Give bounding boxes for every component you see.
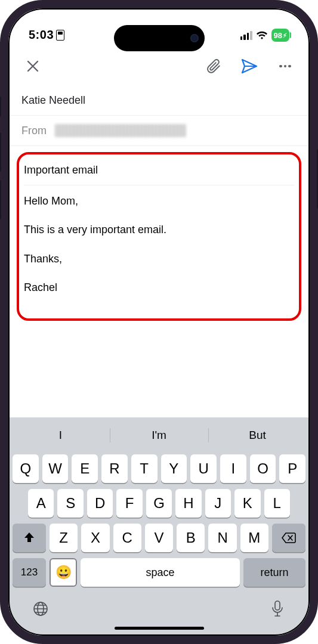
to-field[interactable]: Katie Needell: [8, 86, 310, 116]
key-y[interactable]: Y: [161, 454, 187, 483]
key-t[interactable]: T: [131, 454, 158, 483]
keyboard: I I'm But Q W E R T Y U I O P A S D F G …: [8, 417, 310, 636]
key-l[interactable]: L: [264, 489, 290, 518]
sim-card-icon: [56, 30, 64, 41]
key-k[interactable]: K: [234, 489, 260, 518]
cellular-bars-icon: [240, 31, 252, 40]
key-o[interactable]: O: [250, 454, 276, 483]
body-line: This is a very important email.: [24, 222, 294, 237]
key-i[interactable]: I: [220, 454, 246, 483]
globe-icon[interactable]: [32, 600, 50, 618]
subject-field[interactable]: Important email: [24, 160, 294, 185]
emoji-key[interactable]: 😀: [50, 558, 77, 587]
key-z[interactable]: Z: [50, 524, 78, 552]
home-indicator[interactable]: [115, 627, 204, 630]
from-value-blurred: [55, 124, 186, 137]
body-field[interactable]: Hello Mom, This is a very important emai…: [24, 185, 294, 295]
more-icon[interactable]: [276, 57, 294, 75]
key-h[interactable]: H: [175, 489, 201, 518]
key-b[interactable]: B: [177, 524, 205, 552]
return-key[interactable]: return: [243, 558, 305, 587]
suggestion-bar: I I'm But: [11, 422, 307, 448]
compose-body-highlight: Important email Hello Mom, This is a ver…: [17, 152, 301, 321]
key-j[interactable]: J: [205, 489, 231, 518]
mic-icon[interactable]: [268, 600, 286, 618]
key-g[interactable]: G: [146, 489, 172, 518]
battery-indicator: 98⚡︎: [271, 29, 289, 42]
send-icon[interactable]: [240, 57, 258, 75]
suggestion[interactable]: I'm: [110, 422, 208, 448]
key-d[interactable]: D: [87, 489, 113, 518]
paperclip-icon[interactable]: [205, 57, 223, 75]
backspace-key[interactable]: [272, 524, 305, 552]
suggestion[interactable]: But: [208, 422, 307, 448]
key-v[interactable]: V: [145, 524, 173, 552]
key-p[interactable]: P: [279, 454, 305, 483]
close-icon[interactable]: [24, 57, 42, 75]
key-e[interactable]: E: [72, 454, 98, 483]
key-c[interactable]: C: [113, 524, 141, 552]
key-q[interactable]: Q: [13, 454, 39, 483]
key-u[interactable]: U: [190, 454, 217, 483]
svg-rect-2: [275, 601, 280, 610]
key-x[interactable]: X: [81, 524, 109, 552]
body-line: Thanks,: [24, 252, 294, 266]
to-value: Katie Needell: [21, 94, 85, 106]
key-s[interactable]: S: [57, 489, 83, 518]
key-w[interactable]: W: [42, 454, 69, 483]
numbers-key[interactable]: 123: [13, 558, 46, 587]
key-r[interactable]: R: [101, 454, 128, 483]
key-a[interactable]: A: [28, 489, 54, 518]
wifi-icon: [256, 31, 268, 40]
key-m[interactable]: M: [240, 524, 268, 552]
status-time: 5:03: [29, 28, 54, 42]
shift-key[interactable]: [13, 524, 46, 552]
from-label: From: [21, 125, 47, 137]
body-line: Hello Mom,: [24, 194, 294, 208]
key-f[interactable]: F: [116, 489, 142, 518]
space-key[interactable]: space: [81, 558, 240, 587]
body-line: Rachel: [24, 280, 294, 295]
from-field[interactable]: From: [8, 116, 310, 146]
key-n[interactable]: N: [208, 524, 236, 552]
suggestion[interactable]: I: [11, 422, 110, 448]
